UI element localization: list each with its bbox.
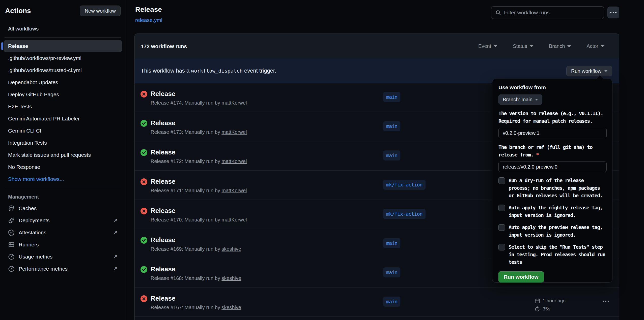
cache-icon [8, 205, 15, 212]
management-item-deployments[interactable]: Deployments ↗ [4, 214, 122, 227]
management-item-usage-metrics[interactable]: Usage metrics ↗ [4, 251, 122, 263]
new-workflow-button[interactable]: New workflow [80, 6, 121, 16]
branch-select-button[interactable]: Branch: main [498, 94, 542, 105]
run-subtitle: Release #173: Manually run by mattKorwel [151, 129, 247, 135]
run-title[interactable]: Release [151, 119, 175, 127]
checkbox-label: Auto apply the nightly release tag, inpu… [509, 204, 606, 219]
management-item-attestations[interactable]: Attestations ↗ [4, 227, 122, 239]
run-title[interactable]: Release [151, 90, 175, 98]
workflow-options-button[interactable] [607, 7, 619, 18]
management-list: Caches Deployments ↗ Attestations ↗ Runn… [4, 202, 122, 275]
checkbox-label: Auto apply the preview release tag, inpu… [509, 223, 606, 239]
server-icon [8, 241, 15, 248]
banner-text: This workflow has aworkflow_dispatcheven… [141, 68, 276, 74]
actor-link[interactable]: mattKorwel [221, 100, 247, 106]
success-status-icon [141, 120, 147, 127]
panel-heading: Use workflow from [498, 84, 606, 90]
branch-badge[interactable]: main [383, 297, 400, 307]
run-title[interactable]: Release [151, 178, 175, 185]
sidebar-item-e2e-tests[interactable]: E2E Tests [4, 101, 122, 113]
checkbox-input[interactable] [498, 244, 505, 250]
panel-checkbox-row: Auto apply the nightly release tag, inpu… [498, 204, 606, 219]
chevron-down-icon [567, 45, 571, 47]
branch-badge[interactable]: main [383, 92, 400, 102]
branch-badge[interactable]: mk/fix-action [383, 180, 426, 190]
sidebar-item-dependabot-updates[interactable]: Dependabot Updates [4, 76, 122, 88]
sidebar-item-all-workflows[interactable]: All workflows [4, 23, 122, 35]
kebab-icon [610, 12, 617, 13]
filter-branch[interactable]: Branch [549, 43, 571, 49]
run-subtitle: Release #171: Manually run by mattKorwel [151, 188, 247, 194]
management-item-runners[interactable]: Runners [4, 239, 122, 251]
workflow-title: Release [135, 6, 162, 14]
page-title: Actions [5, 7, 31, 15]
actor-link[interactable]: mattKorwel [221, 217, 247, 222]
workflow-list: Release.github/workflows/pr-review.yml.g… [4, 40, 122, 185]
panel-checkbox-row: Select to skip the "Run Tests" step in t… [498, 243, 606, 266]
actor-link[interactable]: mattKorwel [221, 158, 247, 164]
run-title[interactable]: Release [151, 236, 175, 244]
panel-checkboxes: Run a dry-run of the release process; no… [498, 177, 606, 266]
sidebar-item-github-workflows-pr-review-yml[interactable]: .github/workflows/pr-review.yml [4, 52, 122, 64]
actor-link[interactable]: skeshive [221, 305, 241, 310]
sidebar-item-no-response[interactable]: No Response [4, 161, 122, 173]
actor-link[interactable]: mattKorwel [221, 188, 247, 193]
management-item-caches[interactable]: Caches [4, 202, 122, 214]
management-item-performance-metrics[interactable]: Performance metrics ↗ [4, 263, 122, 275]
run-subtitle: Release #168: Manually run by skeshive [151, 275, 241, 281]
run-title[interactable]: Release [151, 207, 175, 215]
event-code: workflow_dispatch [189, 68, 244, 74]
sidebar-divider [5, 188, 121, 188]
sidebar-item-deploy-github-pages[interactable]: Deploy GitHub Pages [4, 88, 122, 101]
branch-badge[interactable]: mk/fix-action [383, 209, 426, 219]
run-subtitle: Release #170: Manually run by mattKorwel [151, 217, 247, 223]
filter-actor[interactable]: Actor [586, 43, 604, 49]
branch-badge[interactable]: main [383, 121, 400, 131]
failed-status-icon [141, 295, 147, 302]
run-workflow-dropdown-button[interactable]: Run workflow [566, 66, 612, 76]
actions-sidebar: Actions New workflow All workflows Relea… [0, 0, 126, 320]
sidebar-item-github-workflows-trusted-ci-yml[interactable]: .github/workflows/trusted-ci.yml [4, 64, 122, 76]
checkbox-input[interactable] [498, 224, 505, 231]
run-title[interactable]: Release [151, 295, 175, 302]
run-subtitle: Release #172: Manually run by mattKorwel [151, 158, 247, 164]
run-title[interactable]: Release [151, 265, 175, 273]
filter-status[interactable]: Status [513, 43, 533, 49]
workflow-run-row[interactable]: Release Release #167: Manually run by sk… [135, 287, 619, 317]
stopwatch-icon [535, 306, 540, 312]
success-status-icon [141, 266, 147, 273]
failed-status-icon [141, 91, 147, 98]
checkbox-input[interactable] [498, 205, 505, 211]
sidebar-item-show-more-workflows[interactable]: Show more workflows... [4, 173, 122, 185]
actor-link[interactable]: mattKorwel [221, 129, 247, 135]
meter-icon [8, 266, 15, 272]
sidebar-divider [5, 37, 121, 38]
chevron-down-icon [604, 70, 607, 72]
sidebar-item-release[interactable]: Release [4, 40, 122, 52]
meter-icon [8, 253, 15, 260]
run-options-button[interactable] [603, 301, 609, 302]
sidebar-item-gemini-automated-pr-labeler[interactable]: Gemini Automated PR Labeler [4, 113, 122, 125]
actor-link[interactable]: skeshive [221, 246, 241, 252]
chevron-down-icon [601, 45, 604, 47]
search-input[interactable] [504, 10, 600, 16]
filter-workflow-runs-field[interactable] [491, 6, 604, 19]
actor-link[interactable]: skeshive [221, 275, 241, 281]
run-title[interactable]: Release [151, 148, 175, 156]
branch-badge[interactable]: main [383, 150, 400, 161]
external-link-icon: ↗ [113, 253, 118, 260]
sidebar-item-gemini-cli-ci[interactable]: Gemini CLI CI [4, 125, 122, 137]
run-subtitle: Release #169: Manually run by skeshive [151, 246, 241, 252]
sidebar-item-mark-stale-issues-and-pull-requests[interactable]: Mark stale issues and pull requests [4, 149, 122, 161]
ref-input[interactable] [498, 162, 607, 172]
run-workflow-submit-button[interactable]: Run workflow [498, 271, 544, 282]
sidebar-item-integration-tests[interactable]: Integration Tests [4, 137, 122, 149]
filter-event[interactable]: Event [478, 43, 497, 49]
branch-badge[interactable]: main [383, 267, 400, 277]
runs-list-header: 172 workflow runs EventStatusBranchActor [135, 34, 619, 59]
checkbox-input[interactable] [498, 177, 505, 184]
required-asterisk: * [536, 152, 539, 158]
workflow-file-link[interactable]: release.yml [135, 17, 162, 23]
version-input[interactable] [498, 128, 607, 138]
branch-badge[interactable]: main [383, 238, 400, 248]
